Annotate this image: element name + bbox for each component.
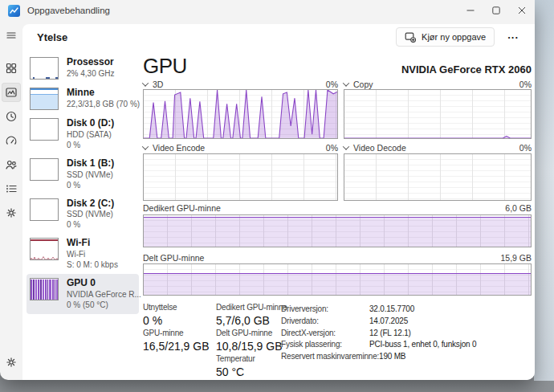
nav-performance[interactable] (2, 83, 21, 102)
gpu-panel: GPU NVIDIA GeForce RTX 2060 3D 0% Copy 0… (143, 50, 532, 380)
sidebar-item-gpu0[interactable]: GPU 0 NVIDIA GeForce R... 0 % (50 °C) (26, 274, 139, 314)
nav-services[interactable] (2, 203, 21, 223)
sidebar-item-disk2[interactable]: Disk 2 (C:) SSD (NVMe) 0 % (26, 194, 139, 235)
performance-sidebar: Prosessor 2% 4,30 GHz Minne 22,3/31,8 GB… (26, 53, 139, 314)
stat-gpu-memory: GPU-minne 16,5/21,9 GB (143, 329, 210, 353)
task-manager-window: Oppgavebehandling (0, 0, 535, 380)
driver-row: Driverversjon: 32.0.15.7700 (281, 304, 476, 316)
stat-utilization: Utnyttelse 0 % (143, 303, 177, 327)
nav-details[interactable] (2, 179, 21, 198)
driver-row: Fysisk plassering: PCI-buss 1, enhet 0, … (281, 339, 476, 351)
page-title: Ytelse (37, 31, 67, 43)
dedicated-memory-header: Dedikert GPU-minne 6,0 GB (143, 203, 532, 213)
chart-video-decode (344, 153, 532, 201)
desktop-wallpaper-strip (534, 0, 554, 381)
more-options-button[interactable]: ... (501, 29, 525, 46)
nav-users[interactable] (2, 155, 21, 174)
chart-3d-header: 3D 0% (143, 80, 338, 89)
chevron-down-icon[interactable] (142, 143, 149, 149)
chart-video-encode-header: Video Encode 0% (143, 143, 338, 153)
disk1-mini-chart (30, 158, 59, 181)
desktop-background: Oppgavebehandling (0, 0, 554, 392)
chart-copy (344, 89, 532, 139)
sidebar-item-cpu[interactable]: Prosessor 2% 4,30 GHz (26, 53, 139, 84)
nav-processes[interactable] (2, 59, 21, 78)
close-button[interactable] (509, 0, 535, 21)
driver-row: Driverdato: 14.07.2025 (281, 316, 476, 328)
stat-dedicated-memory: Dedikert GPU-minne 5,7/6,0 GB (216, 303, 287, 327)
window-title: Oppgavebehandling (27, 6, 110, 15)
settings-button[interactable] (2, 353, 21, 372)
driver-info: Driverversjon: 32.0.15.7700 Driverdato: … (281, 304, 476, 363)
run-new-task-button[interactable]: Kjør ny oppgave (396, 27, 495, 47)
sidebar-item-disk1[interactable]: Disk 1 (B:) SSD (NVMe) 0 % (26, 154, 139, 194)
chart-dedicated-memory (143, 214, 532, 247)
disk2-mini-chart (30, 198, 59, 221)
shared-memory-header: Delt GPU-minne 15,9 GB (143, 253, 532, 263)
gpu-device-name: NVIDIA GeForce RTX 2060 (401, 63, 532, 76)
window-controls (458, 0, 535, 21)
sidebar-item-memory[interactable]: Minne 22,3/31,8 GB (70 %) (26, 84, 139, 114)
chevron-down-icon[interactable] (142, 80, 149, 86)
run-new-task-label: Kjør ny oppgave (422, 32, 486, 42)
driver-row: Reservert maskinvareminne: 190 MB (281, 351, 476, 363)
menu-toggle-button[interactable] (2, 26, 21, 45)
chart-3d (143, 89, 338, 139)
sidebar-item-wifi[interactable]: Wi-Fi Wi-Fi S: 0 M: 0 kbps (26, 234, 139, 274)
disk0-mini-chart (30, 118, 59, 141)
chart-copy-header: Copy 0% (344, 80, 532, 89)
gpu-panel-title: GPU (143, 54, 187, 79)
chevron-down-icon[interactable] (343, 80, 349, 86)
sidebar-item-disk0[interactable]: Disk 0 (D:) HDD (SATA) 0 % (26, 114, 139, 154)
driver-row: DirectX-versjon: 12 (FL 12.1) (281, 328, 476, 340)
page-header: Ytelse Kjør ny oppgave ... (22, 24, 535, 50)
chart-shared-memory (143, 263, 532, 296)
wifi-mini-chart (30, 238, 59, 260)
gpu-mini-chart (30, 278, 59, 300)
chart-video-decode-header: Video Decode 0% (344, 143, 532, 153)
cpu-mini-chart (30, 57, 59, 80)
nav-startup-apps[interactable] (2, 131, 21, 150)
minimize-button[interactable] (458, 0, 483, 21)
stat-shared-memory: Delt GPU-minne 10,8/15,9 GB (216, 329, 283, 353)
chart-video-encode (143, 153, 338, 201)
memory-mini-chart (30, 88, 59, 110)
chevron-down-icon[interactable] (343, 143, 349, 149)
stat-temperature: Temperatur 50 °C (216, 354, 255, 378)
task-manager-app-icon (8, 5, 20, 17)
maximize-button[interactable] (483, 0, 509, 21)
nav-app-history[interactable] (2, 107, 21, 126)
titlebar: Oppgavebehandling (0, 0, 535, 21)
run-new-task-icon (405, 31, 416, 43)
navigation-rail (0, 21, 22, 380)
content-card: Ytelse Kjør ny oppgave ... (22, 24, 535, 380)
